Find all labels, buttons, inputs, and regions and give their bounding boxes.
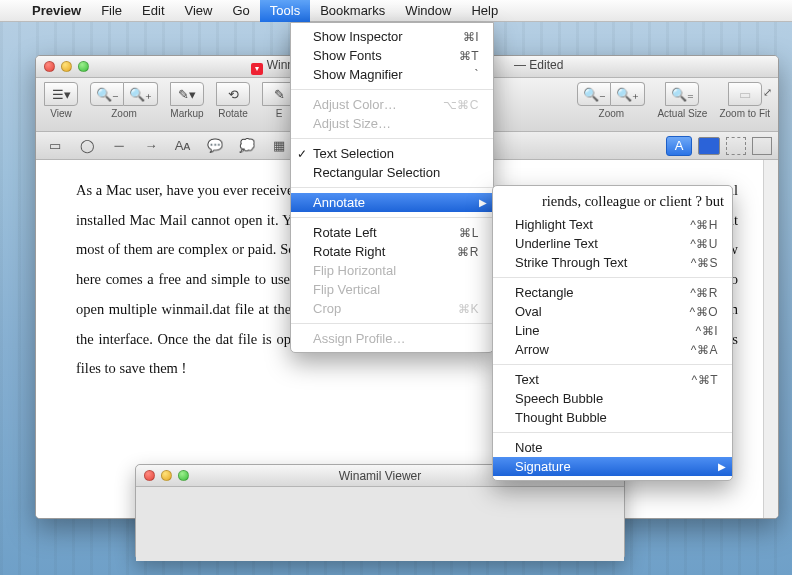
rotate-button[interactable]: ⟲ [216,82,250,106]
menu-show-inspector[interactable]: Show Inspector⌘I [291,27,493,46]
menu-tools[interactable]: Tools [260,0,310,22]
menu-flip-vertical: Flip Vertical [291,280,493,299]
selection-tool-icon[interactable] [726,137,746,155]
annotate-speech[interactable]: Speech Bubble [493,389,732,408]
menu-go[interactable]: Go [222,0,259,22]
annotate-line[interactable]: Line^⌘I [493,321,732,340]
thought-bubble-icon[interactable]: 💭 [234,136,260,156]
check-icon: ✓ [297,147,307,161]
speech-bubble-icon[interactable]: 💬 [202,136,228,156]
menu-window[interactable]: Window [395,0,461,22]
menubar: Preview File Edit View Go Tools Bookmark… [0,0,792,22]
highlight-button[interactable]: ✎▾ [170,82,204,106]
pdf-icon: ▾ [251,63,263,75]
submenu-arrow-icon: ▶ [718,461,726,472]
fullscreen-icon[interactable]: ⤢ [763,86,772,99]
annotate-highlight[interactable]: Highlight Text^⌘H [493,215,732,234]
zoom-fit-button[interactable]: ▭ [728,82,762,106]
menu-file[interactable]: File [91,0,132,22]
menu-show-fonts[interactable]: Show Fonts⌘T [291,46,493,65]
crop-tool-icon[interactable] [752,137,772,155]
shape-rect-icon[interactable]: ▭ [42,136,68,156]
menu-show-magnifier[interactable]: Show Magnifier` [291,65,493,84]
annotate-note[interactable]: Note [493,438,732,457]
text-style-button[interactable]: A [666,136,692,156]
zoom-out-button-2[interactable]: 🔍₋ [577,82,611,106]
toolbar-zoom2-label: Zoom [599,108,625,119]
shape-line-icon[interactable]: ─ [106,136,132,156]
shape-arrow-icon[interactable]: → [138,136,164,156]
actual-size-button[interactable]: 🔍₌ [665,82,699,106]
minimize-button[interactable] [61,61,72,72]
toolbar-rotate-label: Rotate [218,108,247,119]
zoom-in-button-2[interactable]: 🔍₊ [611,82,645,106]
menu-help[interactable]: Help [461,0,508,22]
menu-preview[interactable]: Preview [22,0,91,22]
zoom-button[interactable] [78,61,89,72]
text-tool-icon[interactable]: Aᴀ [170,136,196,156]
menu-annotate[interactable]: Annotate▶ [291,193,493,212]
toolbar-markup-label: Markup [170,108,203,119]
menu-rect-selection[interactable]: Rectangular Selection [291,163,493,182]
close-button[interactable] [44,61,55,72]
small-minimize-button[interactable] [161,470,172,481]
annotate-signature[interactable]: Signature▶ [493,457,732,476]
small-window-body [136,487,624,561]
toolbar-fit-label: Zoom to Fit [719,108,770,119]
tools-menu: Show Inspector⌘I Show Fonts⌘T Show Magni… [290,22,494,353]
shape-oval-icon[interactable]: ◯ [74,136,100,156]
zoom-in-button[interactable]: 🔍₊ [124,82,158,106]
toolbar-view-label: View [50,108,72,119]
toolbar-zoom-label: Zoom [111,108,137,119]
menu-flip-horizontal: Flip Horizontal [291,261,493,280]
annotate-oval[interactable]: Oval^⌘O [493,302,732,321]
annotate-text[interactable]: Text^⌘T [493,370,732,389]
annotate-thought[interactable]: Thought Bubble [493,408,732,427]
note-tool-icon[interactable]: ▦ [266,136,292,156]
annotate-strike[interactable]: Strike Through Text^⌘S [493,253,732,272]
menu-adjust-size: Adjust Size… [291,114,493,133]
submenu-arrow-icon: ▶ [479,197,487,208]
color-swatch[interactable] [698,137,720,155]
view-mode-button[interactable]: ☰▾ [44,82,78,106]
menu-text-selection[interactable]: ✓Text Selection [291,144,493,163]
annotate-underline[interactable]: Underline Text^⌘U [493,234,732,253]
menu-assign-profile: Assign Profile… [291,329,493,348]
menu-crop: Crop⌘K [291,299,493,318]
menu-adjust-color: Adjust Color…⌥⌘C [291,95,493,114]
menu-rotate-left[interactable]: Rotate Left⌘L [291,223,493,242]
menu-edit[interactable]: Edit [132,0,174,22]
small-close-button[interactable] [144,470,155,481]
toolbar-edit-label: E [276,108,283,119]
small-zoom-button[interactable] [178,470,189,481]
annotate-submenu: riends, colleague or client ? but Highli… [492,185,733,481]
zoom-out-button[interactable]: 🔍₋ [90,82,124,106]
menu-view[interactable]: View [175,0,223,22]
menu-rotate-right[interactable]: Rotate Right⌘R [291,242,493,261]
annotate-arrow[interactable]: Arrow^⌘A [493,340,732,359]
vertical-scrollbar[interactable] [763,160,778,518]
menu-bookmarks[interactable]: Bookmarks [310,0,395,22]
toolbar-actual-label: Actual Size [657,108,707,119]
document-peek-text: riends, colleague or client ? but [493,190,732,215]
annotate-rectangle[interactable]: Rectangle^⌘R [493,283,732,302]
